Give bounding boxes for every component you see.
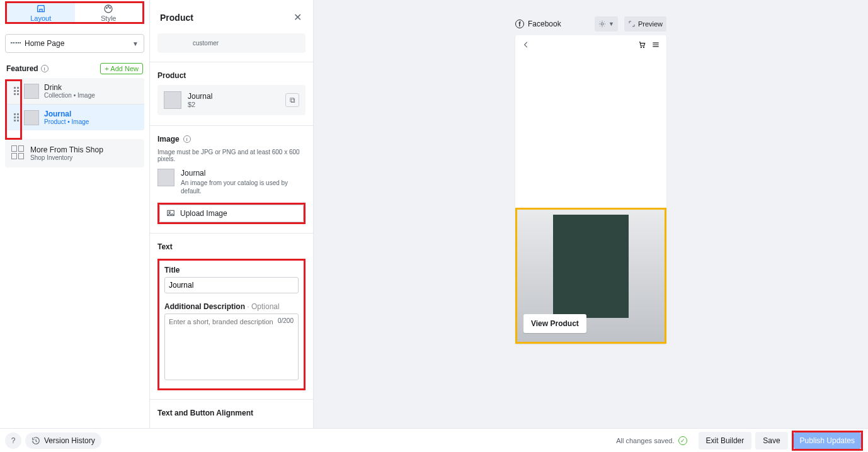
expand-icon — [628, 20, 636, 28]
section-label-image: Image — [157, 135, 180, 144]
publish-updates-button[interactable]: Publish Updates — [794, 432, 861, 449]
panel-title: Product — [160, 13, 193, 23]
svg-point-5 — [169, 212, 170, 213]
upload-image-button[interactable]: Upload Image — [159, 205, 304, 222]
featured-header: Featured i + Add New — [6, 63, 143, 74]
tab-style-label: Style — [101, 14, 116, 22]
item-title: Journal — [44, 110, 89, 118]
exit-builder-button[interactable]: Exit Builder — [699, 432, 752, 449]
svg-point-11 — [643, 47, 644, 48]
product-image: View Product — [517, 210, 665, 342]
more-title: More From This Shop — [30, 145, 103, 154]
menu-icon[interactable] — [651, 40, 660, 49]
item-thumb — [24, 84, 39, 99]
svg-point-10 — [641, 47, 641, 48]
add-new-button[interactable]: + Add New — [100, 63, 143, 74]
image-desc: An image from your catalog is used by de… — [181, 179, 306, 195]
page-selector[interactable]: Home Page ▼ — [5, 34, 144, 53]
device-frame: View Product — [515, 35, 666, 344]
version-history-label: Version History — [44, 436, 95, 445]
more-subtitle: Shop Inventory — [30, 154, 103, 161]
panel-note: customer — [157, 33, 306, 53]
selected-block-frame[interactable]: View Product — [515, 208, 666, 344]
featured-list: Drink Collection • Image Journal Product… — [5, 78, 144, 130]
back-icon[interactable] — [522, 40, 530, 49]
shop-icon — [36, 4, 46, 14]
upload-image-label: Upload Image — [180, 209, 227, 218]
info-icon[interactable]: i — [183, 135, 191, 143]
footer-bar: ? Version History All changes saved. ✓ E… — [0, 428, 868, 452]
section-label-text: Text — [157, 242, 306, 251]
info-icon[interactable]: i — [41, 65, 49, 72]
panel-scroll[interactable]: customer Product Journal $2 ⧉ Image i Im… — [150, 33, 313, 434]
item-subtitle: Collection • Image — [44, 92, 95, 99]
image-name: Journal — [181, 169, 306, 178]
chevron-down-icon: ▼ — [608, 21, 614, 27]
more-from-shop[interactable]: More From This Shop Shop Inventory — [5, 139, 144, 167]
title-input[interactable] — [164, 277, 299, 293]
save-status-text: All changes saved. — [616, 437, 674, 444]
save-button[interactable]: Save — [755, 432, 787, 449]
list-item[interactable]: Journal Product • Image — [5, 104, 144, 130]
cart-icon[interactable] — [637, 40, 646, 49]
title-field-label: Title — [164, 266, 299, 274]
preview-button[interactable]: Preview — [624, 16, 666, 31]
view-product-button[interactable]: View Product — [523, 314, 586, 333]
featured-label: Featured — [6, 64, 38, 73]
desc-optional: · Optional — [245, 302, 280, 311]
item-title: Drink — [44, 83, 95, 92]
highlight-publish: Publish Updates — [792, 431, 863, 451]
product-card: Journal $2 ⧉ — [157, 85, 306, 115]
svg-point-9 — [601, 23, 603, 25]
chevron-down-icon: ▼ — [132, 40, 139, 47]
tab-layout-label: Layout — [30, 14, 51, 22]
version-history-button[interactable]: Version History — [25, 432, 101, 449]
highlight-text-group: Title Additional Description · Optional … — [157, 259, 306, 390]
image-requirement: Image must be JPG or PNG and at least 60… — [157, 149, 306, 162]
product-thumb — [164, 91, 181, 109]
image-thumb — [157, 169, 174, 186]
desc-field-label: Additional Description — [164, 302, 245, 311]
detail-panel: Product ✕ customer Product Journal $2 ⧉ … — [150, 0, 314, 428]
product-name: Journal — [188, 92, 212, 101]
history-icon — [31, 436, 40, 445]
sun-icon — [598, 20, 606, 28]
char-count: 0/200 — [278, 317, 294, 324]
svg-point-3 — [110, 8, 110, 8]
tab-layout[interactable]: Layout — [7, 3, 75, 22]
item-subtitle: Product • Image — [44, 118, 89, 125]
highlight-upload: Upload Image — [157, 203, 306, 224]
page-selector-label: Home Page — [25, 39, 64, 48]
journal-graphic — [553, 215, 629, 318]
section-label-product: Product — [157, 71, 306, 80]
grid-icon — [11, 145, 25, 159]
image-card: Journal An image from your catalog is us… — [157, 167, 306, 200]
product-price: $2 — [188, 101, 212, 108]
theme-toggle[interactable]: ▼ — [595, 16, 618, 31]
preview-toolbar: f Facebook ▼ Preview — [515, 16, 666, 31]
svg-point-1 — [106, 8, 107, 8]
list-item[interactable]: Drink Collection • Image — [5, 78, 144, 104]
palette-icon — [103, 4, 113, 14]
left-sidebar: Layout Style Home Page ▼ Featured i + Ad… — [0, 0, 150, 428]
close-icon[interactable]: ✕ — [290, 9, 306, 26]
tabbar: Layout Style — [5, 1, 144, 24]
help-button[interactable]: ? — [5, 432, 21, 449]
preview-channel: Facebook — [528, 20, 561, 28]
preview-button-label: Preview — [638, 20, 663, 28]
facebook-logo-icon: f — [515, 20, 524, 28]
section-label-alignment: Text and Button Alignment — [157, 409, 306, 417]
check-icon: ✓ — [678, 436, 687, 445]
copy-icon[interactable]: ⧉ — [285, 93, 299, 107]
page-handle-icon — [11, 42, 21, 45]
highlight-drag-handles — [5, 79, 22, 140]
preview-canvas: f Facebook ▼ Preview — [314, 0, 868, 428]
item-thumb — [24, 110, 39, 125]
save-status: All changes saved. ✓ — [616, 436, 687, 445]
image-icon — [166, 209, 175, 218]
tab-style[interactable]: Style — [75, 3, 143, 22]
svg-point-2 — [108, 6, 109, 7]
